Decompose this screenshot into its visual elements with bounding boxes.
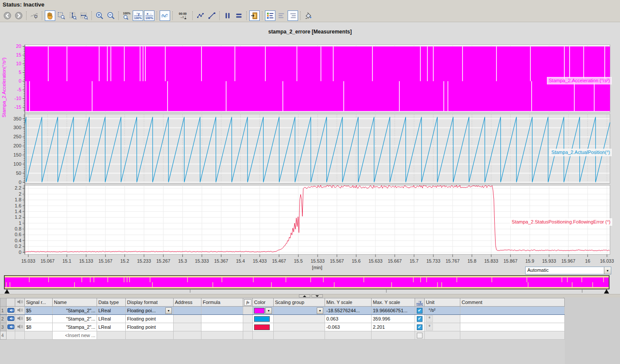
zoom-horizontal-button[interactable] [79, 10, 89, 21]
header-format[interactable]: Display format [126, 298, 174, 307]
comment-cell[interactable] [460, 323, 565, 331]
header-address[interactable]: Address [174, 298, 201, 307]
signal-row-3[interactable]: 3 $8 "Stampa_2"... LReal Floating point … [0, 323, 565, 331]
yscale-checkbox-cell[interactable] [415, 323, 425, 331]
checkbox[interactable] [417, 324, 422, 330]
insert-new-cell[interactable]: <Insert new ... [53, 331, 97, 340]
min-y-cell[interactable]: -0.063 [325, 323, 372, 331]
time-alignment-button[interactable]: 00:00→t↓ [175, 10, 190, 21]
color-cell[interactable]: ▼ [253, 307, 274, 315]
format-cell[interactable]: Floating point [126, 315, 174, 323]
scale-x-100-button[interactable]: x→100% [144, 10, 154, 21]
row-number[interactable]: 1 [0, 307, 7, 315]
header-min[interactable]: Min. Y scale [325, 298, 372, 307]
header-color[interactable]: Color [253, 298, 274, 307]
color-swatch[interactable] [254, 308, 265, 314]
signal-ref-cell[interactable]: $6 [25, 315, 53, 323]
header-signal[interactable]: Signal r... [25, 298, 53, 307]
speaker-cell[interactable] [15, 315, 25, 323]
signal-row-2[interactable]: 2 $6 "Stampa_2"... LReal Floating point … [0, 315, 565, 323]
time-scale-combo[interactable]: Automatic ▼ [525, 267, 611, 274]
overview-strip[interactable] [3, 275, 617, 294]
name-cell[interactable]: "Stampa_2"... [53, 307, 97, 315]
header-scaling[interactable]: Scaling group [274, 298, 325, 307]
datatype-cell[interactable]: LReal [97, 315, 126, 323]
zoom-selection-button[interactable] [56, 10, 67, 21]
header-unit[interactable]: Unit [425, 298, 460, 307]
checkbox[interactable] [417, 308, 422, 314]
row-number[interactable]: 3 [0, 323, 7, 331]
trace-cell[interactable] [7, 307, 15, 315]
range-handle-left[interactable] [4, 289, 10, 294]
zoom-in-button[interactable] [94, 10, 105, 21]
signal-row-1[interactable]: 1 $5 "Stampa_2"... LReal Floating poi...… [0, 307, 565, 315]
actual-position-signal-label[interactable]: Stampa_2.ActualPosition(°) [550, 149, 612, 156]
max-y-cell[interactable]: 359.996 [372, 315, 415, 323]
chevron-down-icon[interactable]: ▼ [317, 307, 323, 314]
align-legend-left-button[interactable] [276, 10, 287, 21]
legend-position-button[interactable] [249, 10, 260, 21]
pan-button[interactable] [45, 10, 55, 21]
max-y-cell[interactable]: 2.201 [372, 323, 415, 331]
row-number[interactable]: 4 [0, 331, 7, 340]
signal-ref-cell[interactable]: $5 [25, 307, 53, 315]
horizontal-bars-button[interactable] [234, 10, 244, 21]
plots-canvas[interactable]: 20151050-5-10-153503002502001501005002.2… [0, 41, 620, 275]
color-swatch[interactable] [254, 324, 270, 330]
scaling-group-cell[interactable] [274, 315, 325, 323]
show-samples-button[interactable] [195, 10, 206, 21]
name-cell[interactable]: "Stampa_2"... [53, 315, 97, 323]
range-handle-right[interactable] [604, 289, 609, 294]
yscale-checkbox-cell[interactable] [415, 315, 425, 323]
color-swatch[interactable] [254, 316, 270, 322]
header-formula-toggle[interactable]: fo [243, 298, 253, 307]
comment-cell[interactable] [460, 315, 565, 323]
chevron-down-icon[interactable]: ▼ [265, 307, 272, 314]
zoom-vertical-button[interactable] [67, 10, 78, 21]
color-cell[interactable] [253, 323, 274, 331]
scaling-group-cell[interactable] [274, 323, 325, 331]
min-y-cell[interactable]: 0.063 [325, 315, 372, 323]
formula-cell[interactable] [201, 307, 243, 315]
interpolation-button[interactable] [207, 10, 217, 21]
checkbox[interactable] [417, 333, 422, 338]
checkbox[interactable] [417, 316, 422, 322]
name-cell[interactable]: "Stampa_2"... [53, 323, 97, 331]
scaling-group-cell[interactable]: ▼ [274, 307, 325, 315]
acceleration-signal-label[interactable]: Stampa_2.Acceleration (°/s²) [547, 77, 612, 84]
yscale-checkbox-cell[interactable] [415, 331, 425, 340]
trace-cell[interactable] [7, 315, 15, 323]
formula-cell[interactable] [201, 323, 243, 331]
comment-cell[interactable] [460, 307, 565, 315]
following-error-signal-label[interactable]: Stampa_2.StatusPositioning.FollowingErro… [510, 218, 612, 226]
header-name[interactable]: Name [53, 298, 97, 307]
formula-cell[interactable] [201, 315, 243, 323]
insert-new-row[interactable]: 4 <Insert new ... [0, 331, 565, 340]
chevron-down-icon[interactable]: ▼ [604, 267, 611, 274]
signal-ref-cell[interactable]: $8 [25, 323, 53, 331]
back-button[interactable] [2, 10, 13, 21]
header-datatype[interactable]: Data type [97, 298, 126, 307]
forward-button[interactable] [13, 10, 24, 21]
header-max[interactable]: Max. Y scale [372, 298, 415, 307]
chevron-down-icon[interactable]: ▼ [165, 307, 172, 314]
zoom-100-button[interactable]: 100% [121, 10, 132, 21]
min-y-cell[interactable]: -18.55276244... [325, 307, 372, 315]
datatype-cell[interactable]: LReal [97, 323, 126, 331]
align-legend-right-button[interactable] [288, 10, 298, 21]
format-cell[interactable]: Floating point [126, 323, 174, 331]
snapshot-button[interactable] [29, 10, 40, 21]
curves-view-button[interactable] [160, 10, 170, 21]
vertical-bars-button[interactable] [222, 10, 233, 21]
max-y-cell[interactable]: 19.966606751... [372, 307, 415, 315]
scale-y-100-button[interactable]: ↑y100% [133, 10, 143, 21]
yscale-checkbox-cell[interactable] [415, 307, 425, 315]
legend-button[interactable] [265, 10, 275, 21]
color-cell[interactable] [253, 315, 274, 323]
splitter-collapse-up-button[interactable] [299, 294, 310, 297]
speaker-cell[interactable] [15, 307, 25, 315]
background-color-button[interactable] [303, 10, 314, 21]
header-yscale-toggle[interactable]: ↑y100% [415, 298, 425, 307]
header-formula[interactable]: Formula [201, 298, 243, 307]
splitter-collapse-down-button[interactable] [312, 294, 323, 297]
